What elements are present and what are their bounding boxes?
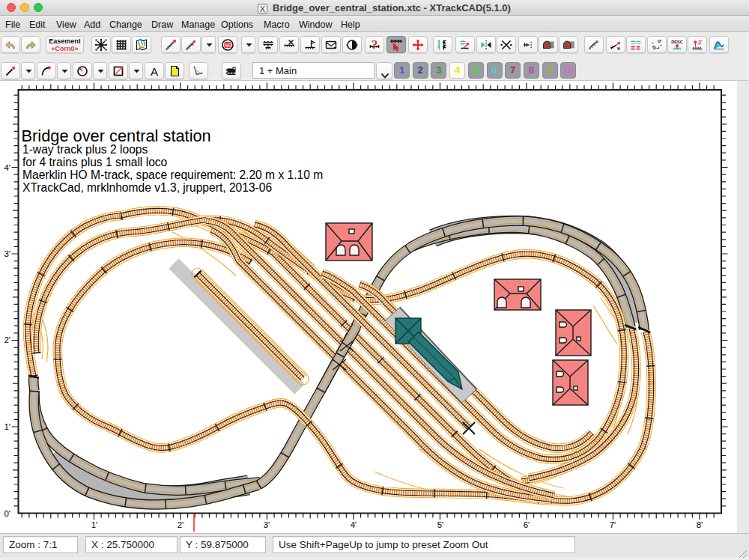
svg-text:3': 3' xyxy=(4,249,10,258)
svg-text:for 4 trains plus 1 small loco: for 4 trains plus 1 small loco xyxy=(22,156,168,168)
svg-text:4': 4' xyxy=(351,520,357,529)
svg-text:?: ? xyxy=(372,38,378,51)
svg-text:6': 6' xyxy=(524,520,530,529)
svg-text:XTrackCad, mrklnhomde v1.3, jr: XTrackCad, mrklnhomde v1.3, jruppert, 20… xyxy=(22,181,272,194)
svg-text:1': 1' xyxy=(91,520,98,529)
svg-text:Maerklin HO M-track, space req: Maerklin HO M-track, space requirement: … xyxy=(22,168,323,181)
svg-text:1-way track plus 2 loops: 1-way track plus 2 loops xyxy=(22,143,148,156)
svg-text:DESC: DESC xyxy=(671,39,682,43)
svg-text:2': 2' xyxy=(4,335,10,344)
svg-text:0': 0' xyxy=(4,509,10,518)
svg-text:7': 7' xyxy=(610,520,616,529)
svg-text:4': 4' xyxy=(4,163,10,172)
svg-text:NS: NS xyxy=(224,42,231,47)
svg-text:2': 2' xyxy=(178,520,184,529)
svg-text:8': 8' xyxy=(697,520,703,529)
svg-text:A: A xyxy=(151,64,158,77)
svg-text:Bridge over central station: Bridge over central station xyxy=(22,127,211,145)
svg-text:3': 3' xyxy=(264,520,270,529)
svg-text:5': 5' xyxy=(437,520,444,529)
svg-text:1': 1' xyxy=(4,422,10,431)
